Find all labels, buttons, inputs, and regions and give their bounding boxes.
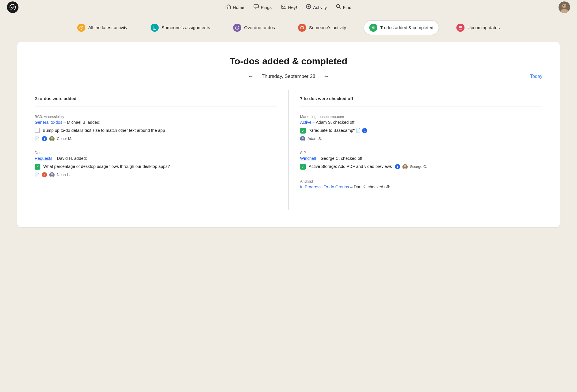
svg-rect-17: [154, 29, 155, 29]
list-item: Android In Progress: To-do Groups – Dan …: [300, 179, 542, 189]
hey-icon: [281, 4, 286, 10]
todo-item: Bump up to-do details text size to match…: [35, 127, 277, 134]
today-link[interactable]: Today: [530, 74, 542, 79]
nav-home[interactable]: Home: [226, 4, 244, 10]
date-nav: ← Thursday, September 28 → Today: [35, 72, 542, 81]
svg-rect-3: [281, 5, 286, 8]
filter-assignments-label: Someone's assignments: [162, 25, 210, 30]
list-item: Data Requests – David H. added: ✓ What p…: [35, 151, 277, 177]
person-name: Noah L.: [57, 172, 70, 177]
list-item: BC3: Accessibility General to-dos – Mich…: [35, 115, 277, 141]
list-item: SIP Winchell – George C. checked off: ✓ …: [300, 151, 542, 170]
todo-checkbox-checked: ✓: [300, 164, 306, 170]
checked-column: 7 to-dos were checked off Marketing: bas…: [288, 90, 542, 210]
person-avatar: [49, 136, 55, 141]
pings-icon: [254, 4, 259, 10]
activity-headline: General to-dos – Michael B. added:: [35, 120, 277, 125]
todo-item: ✓ Active Storage: Add PDF and video prev…: [300, 164, 542, 170]
activity-headline: In Progress: To-do Groups – Dan K. check…: [300, 185, 542, 189]
todo-text: Active Storage: Add PDF and video previe…: [309, 164, 427, 170]
person-avatar: [49, 172, 55, 177]
main-content: To-dos added & completed ← Thursday, Sep…: [17, 42, 560, 227]
svg-rect-11: [563, 5, 564, 6]
project-label: Data: [35, 151, 277, 155]
person-name: Conor M.: [57, 136, 72, 141]
todo-text: What percentage of desktop usage flows t…: [43, 164, 170, 170]
person-avatar: [300, 136, 305, 141]
nav-pings[interactable]: Pings: [254, 4, 272, 10]
overdue-icon: [233, 24, 241, 32]
list-link[interactable]: Requests: [35, 156, 52, 161]
svg-point-33: [404, 165, 406, 167]
person-name: Adam S.: [308, 136, 322, 141]
svg-point-18: [237, 28, 237, 29]
top-nav: Home Pings Hey! Activity Find: [0, 0, 577, 14]
filter-upcoming[interactable]: Upcoming dates: [451, 20, 505, 35]
prev-day-button[interactable]: ←: [246, 72, 256, 81]
badge-count: 3: [42, 172, 47, 177]
filter-latest-label: All the latest activity: [88, 25, 128, 30]
doc-icon-inline: 📄: [356, 128, 361, 133]
activity-headline: Active – Adam S. checked off:: [300, 120, 542, 125]
nav-activity[interactable]: Activity: [306, 4, 327, 10]
meta-row: Adam S.: [300, 136, 542, 141]
project-label: Android: [300, 179, 542, 183]
todo-checkbox-checked: ✓: [35, 164, 40, 170]
filter-assignments[interactable]: Someone's assignments: [145, 20, 216, 35]
nav-find[interactable]: Find: [336, 4, 351, 10]
logo[interactable]: [7, 1, 18, 13]
activity-icon: [306, 4, 311, 10]
added-column-header: 2 to-dos were added: [35, 90, 277, 106]
svg-point-24: [51, 137, 53, 139]
project-label: Marketing: basecamp.com: [300, 115, 542, 119]
someones-icon: [298, 24, 306, 32]
svg-rect-16: [154, 28, 156, 28]
list-link[interactable]: In Progress: To-do Groups: [300, 185, 349, 189]
todo-text: "Graduate to Basecamp" 📄 1: [309, 127, 367, 134]
filter-upcoming-label: Upcoming dates: [467, 25, 500, 30]
list-item: Marketing: basecamp.com Active – Adam S.…: [300, 115, 542, 141]
checked-column-header: 7 to-dos were checked off: [300, 90, 542, 106]
date-label: Thursday, September 28: [262, 74, 315, 79]
find-icon: [336, 4, 341, 10]
person-avatar-inline: [402, 164, 408, 169]
list-link[interactable]: Winchell: [300, 156, 316, 161]
nav-hey-label: Hey!: [288, 5, 297, 10]
next-day-button[interactable]: →: [321, 72, 331, 81]
person-name-inline: George C.: [410, 164, 427, 169]
nav-activity-label: Activity: [313, 5, 327, 10]
activity-headline: Winchell – George C. checked off:: [300, 156, 542, 161]
todos-filter-icon: [369, 24, 377, 32]
assignments-icon: [151, 24, 159, 32]
svg-rect-12: [565, 5, 565, 6]
added-column: 2 to-dos were added BC3: Accessibility G…: [35, 90, 288, 210]
filter-overdue[interactable]: Overdue to-dos: [227, 20, 281, 35]
page-title: To-dos added & completed: [35, 56, 542, 67]
project-label: SIP: [300, 151, 542, 155]
nav-pings-label: Pings: [261, 5, 272, 10]
badge-count: 1: [42, 136, 47, 141]
nav-find-label: Find: [343, 5, 351, 10]
filter-todos[interactable]: To-dos added & completed: [364, 20, 439, 35]
filter-bar: All the latest activity Someone's assign…: [0, 14, 577, 42]
filter-latest[interactable]: All the latest activity: [72, 20, 133, 35]
doc-icon: 📄: [35, 136, 40, 141]
list-link[interactable]: General to-dos: [35, 120, 62, 125]
svg-point-0: [10, 4, 16, 10]
project-label: BC3: Accessibility: [35, 115, 277, 119]
todo-checkbox-checked: ✓: [300, 128, 306, 134]
filter-todos-label: To-dos added & completed: [380, 25, 433, 30]
list-link[interactable]: Active: [300, 120, 312, 125]
two-col-layout: 2 to-dos were added BC3: Accessibility G…: [35, 90, 542, 210]
nav-hey[interactable]: Hey!: [281, 4, 297, 10]
activity-headline: Requests – David H. added:: [35, 156, 277, 161]
doc-icon: 📄: [35, 172, 40, 177]
todo-text: Bump up to-do details text size to match…: [43, 127, 165, 134]
svg-point-5: [308, 6, 310, 7]
user-avatar[interactable]: [559, 1, 570, 13]
filter-someones[interactable]: Someone's activity: [292, 20, 352, 35]
latest-icon: [77, 24, 85, 32]
home-icon: [226, 4, 231, 10]
badge-count-inline: 1: [362, 128, 367, 133]
svg-rect-1: [227, 7, 229, 9]
